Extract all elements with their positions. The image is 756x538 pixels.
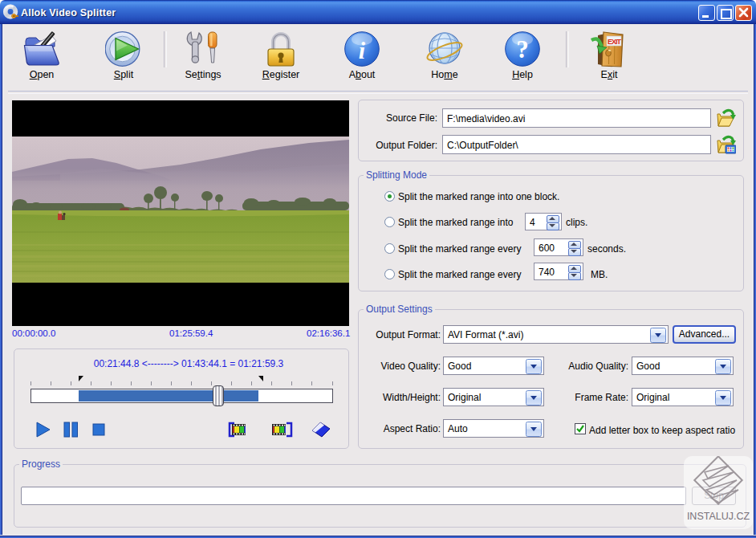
svg-text:INSTALUJ.CZ: INSTALUJ.CZ xyxy=(687,511,750,522)
svg-text:i: i xyxy=(359,37,366,63)
svg-text:EXIT: EXIT xyxy=(608,38,622,46)
svg-text:?: ? xyxy=(516,35,529,63)
